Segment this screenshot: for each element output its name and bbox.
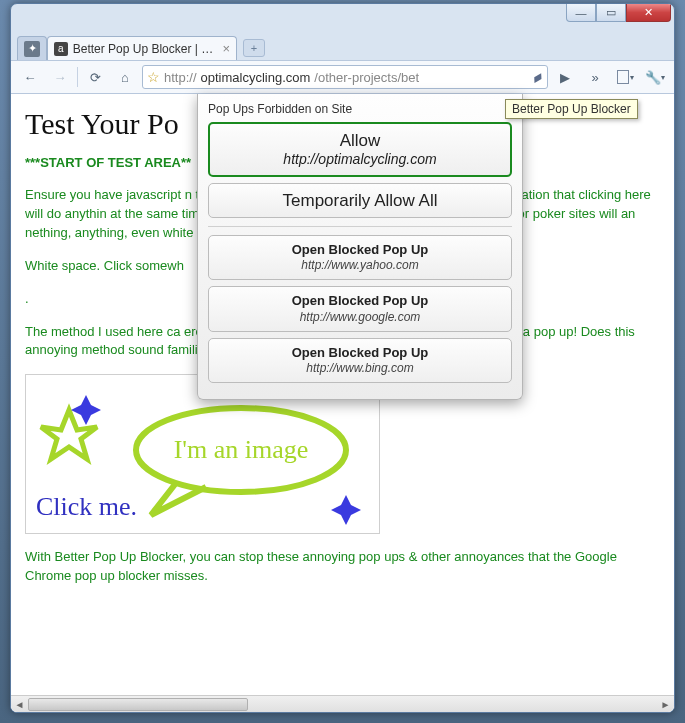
horizontal-scrollbar[interactable]: ◄ ► [11, 695, 674, 712]
scroll-track[interactable] [28, 697, 657, 712]
allow-label: Allow [214, 130, 506, 151]
content-area: Test Your Po ***START OF TEST AREA** Ens… [11, 94, 674, 712]
wrench-menu-button[interactable]: 🔧 ▾ [642, 65, 668, 89]
caret-icon: ▾ [630, 73, 634, 82]
extension-tooltip: Better Pop Up Blocker [505, 99, 638, 119]
blocked-url: http://www.bing.com [213, 361, 507, 376]
window-maximize-button[interactable]: ▭ [596, 4, 626, 22]
caret-icon: ▾ [661, 73, 665, 82]
blocked-url: http://www.yahoo.com [213, 258, 507, 273]
allow-site-url: http://optimalcycling.com [214, 151, 506, 169]
divider [208, 226, 512, 227]
window-close-button[interactable]: ✕ [626, 4, 671, 22]
temporarily-allow-all-button[interactable]: Temporarily Allow All [208, 183, 512, 218]
favicon-icon: a [54, 42, 68, 56]
wrench-icon: 🔧 [645, 70, 661, 85]
url-host: optimalcycling.com [201, 70, 311, 85]
overflow-button[interactable]: » [582, 65, 608, 89]
blocked-label: Open Blocked Pop Up [213, 242, 507, 258]
open-blocked-popup-button[interactable]: Open Blocked Pop Up http://www.yahoo.com [208, 235, 512, 280]
toolbar: ← → ⟳ ⌂ ☆ http://optimalcycling.com/othe… [11, 60, 674, 94]
scroll-thumb[interactable] [28, 698, 248, 711]
go-button[interactable]: ▶ [552, 65, 578, 89]
tab-strip: ✦ a Better Pop Up Blocker | O... × + [11, 32, 674, 60]
open-blocked-popup-button[interactable]: Open Blocked Pop Up http://www.google.co… [208, 286, 512, 331]
reload-button[interactable]: ⟳ [82, 65, 108, 89]
popup-blocker-icon[interactable]: ▰ [529, 67, 547, 86]
home-button[interactable]: ⌂ [112, 65, 138, 89]
paragraph: With Better Pop Up Blocker, you can stop… [25, 548, 660, 586]
blocked-url: http://www.google.com [213, 310, 507, 325]
separator [77, 67, 78, 87]
popup-blocker-panel: Pop Ups Forbidden on Site Allow http://o… [197, 94, 523, 400]
blocked-label: Open Blocked Pop Up [213, 345, 507, 361]
forward-button[interactable]: → [47, 65, 73, 89]
back-button[interactable]: ← [17, 65, 43, 89]
page-tab[interactable]: a Better Pop Up Blocker | O... × [47, 36, 237, 60]
temp-allow-label: Temporarily Allow All [213, 190, 507, 211]
puzzle-icon: ✦ [24, 41, 40, 57]
tab-title: Better Pop Up Blocker | O... [73, 42, 218, 56]
new-tab-button[interactable]: + [243, 39, 265, 57]
tab-close-button[interactable]: × [222, 41, 230, 56]
open-blocked-popup-button[interactable]: Open Blocked Pop Up http://www.bing.com [208, 338, 512, 383]
popup-title: Pop Ups Forbidden on Site [208, 102, 512, 116]
browser-window: — ▭ ✕ ✦ a Better Pop Up Blocker | O... ×… [10, 3, 675, 713]
extensions-tab[interactable]: ✦ [17, 36, 47, 60]
click-me-text: Click me. [36, 488, 137, 526]
bookmark-star-icon[interactable]: ☆ [147, 69, 160, 85]
blocked-label: Open Blocked Pop Up [213, 293, 507, 309]
url-scheme: http:// [164, 70, 197, 85]
page-icon [617, 70, 629, 84]
window-minimize-button[interactable]: — [566, 4, 596, 22]
url-path: /other-projects/bet [314, 70, 419, 85]
svg-text:I'm an image: I'm an image [174, 435, 309, 464]
address-bar[interactable]: ☆ http://optimalcycling.com/other-projec… [142, 65, 548, 89]
titlebar: — ▭ ✕ [11, 4, 674, 32]
page-menu-button[interactable]: ▾ [612, 65, 638, 89]
scroll-left-button[interactable]: ◄ [11, 697, 28, 712]
scroll-right-button[interactable]: ► [657, 697, 674, 712]
allow-site-button[interactable]: Allow http://optimalcycling.com [208, 122, 512, 177]
